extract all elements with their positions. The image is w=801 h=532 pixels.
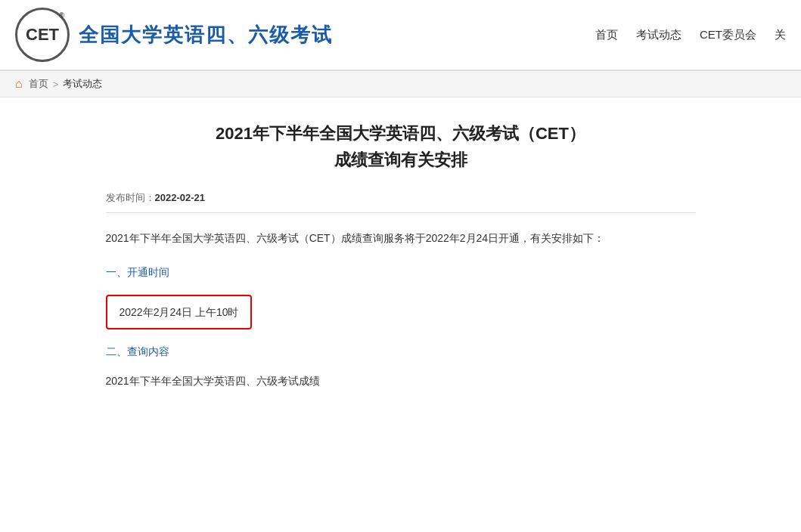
article-title: 2021年下半年全国大学英语四、六级考试（CET） 成绩查询有关安排 [106, 120, 696, 173]
highlight-date-box: 2022年2月24日 上午10时 [106, 295, 253, 330]
section2-content: 2021年下半年全国大学英语四、六级考试成绩 [106, 371, 696, 391]
article-title-line1: 2021年下半年全国大学英语四、六级考试（CET） [106, 120, 696, 147]
intro-text: 2021年下半年全国大学英语四、六级考试（CET）成绩查询服务将于2022年2月… [106, 228, 696, 249]
main-nav: 首页 考试动态 CET委员会 关 [595, 28, 786, 42]
section1-label[interactable]: 一、开通时间 [106, 266, 169, 278]
logo-area: CET 全国大学英语四、六级考试 [15, 8, 333, 62]
article-title-line2: 成绩查询有关安排 [106, 147, 696, 173]
nav-more[interactable]: 关 [775, 28, 786, 42]
nav-news[interactable]: 考试动态 [636, 28, 681, 42]
site-header: CET 全国大学英语四、六级考试 首页 考试动态 CET委员会 关 [0, 0, 801, 71]
site-title: 全国大学英语四、六级考试 [79, 22, 333, 48]
breadcrumb-current: 考试动态 [63, 77, 102, 91]
logo-text: CET [26, 25, 59, 45]
breadcrumb: ⌂ 首页 > 考试动态 [0, 71, 801, 97]
cet-logo: CET [15, 8, 70, 62]
breadcrumb-home[interactable]: 首页 [29, 77, 48, 91]
main-content: 2021年下半年全国大学英语四、六级考试（CET） 成绩查询有关安排 发布时间：… [76, 97, 726, 421]
publish-label: 发布时间： [106, 192, 155, 203]
home-icon: ⌂ [15, 77, 23, 91]
section2-label[interactable]: 二、查询内容 [106, 345, 169, 357]
publish-date: 2022-02-21 [155, 192, 206, 203]
section1-title: 一、开通时间 [106, 262, 696, 283]
section2-title: 二、查询内容 [106, 342, 696, 362]
highlight-date: 2022年2月24日 上午10时 [120, 306, 239, 318]
nav-committee[interactable]: CET委员会 [700, 28, 756, 42]
nav-home[interactable]: 首页 [595, 28, 618, 42]
breadcrumb-separator-1: > [53, 79, 59, 90]
article-body: 2021年下半年全国大学英语四、六级考试（CET）成绩查询服务将于2022年2月… [106, 228, 696, 391]
publish-info: 发布时间：2022-02-21 [106, 191, 696, 213]
